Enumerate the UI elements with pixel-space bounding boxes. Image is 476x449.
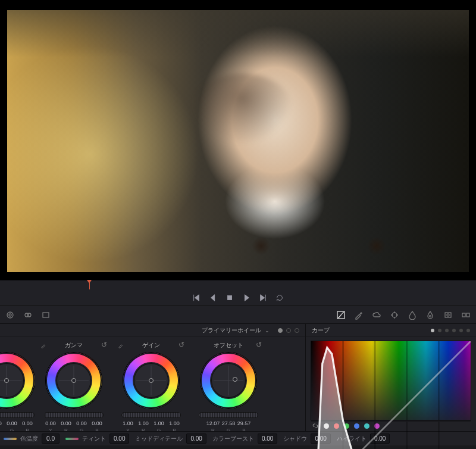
gain-value-B[interactable]: 1.00 xyxy=(167,420,181,426)
gain-value-R[interactable]: 1.00 xyxy=(136,420,151,426)
lift-value-B[interactable]: 0.00 xyxy=(20,420,35,426)
go-first-button[interactable] xyxy=(192,294,201,302)
chevron-down-icon[interactable]: ⌄ xyxy=(265,328,270,333)
rectangle-icon[interactable] xyxy=(40,310,51,320)
offset-reset-button[interactable]: ↺ xyxy=(255,341,263,349)
lift-wheel-header xyxy=(0,341,35,350)
offset-value-label-G: G xyxy=(221,428,236,431)
lower-panels: プライマリーホイール ⌄ 0.00Y0.00R0.00G0.00Bガンマ↺0.0… xyxy=(0,324,476,431)
curves-mode-dot-4[interactable] xyxy=(452,329,456,332)
gamma-reset-button[interactable]: ↺ xyxy=(100,341,108,349)
offset-value-label-B: B xyxy=(237,428,251,431)
blur-icon[interactable] xyxy=(407,310,418,320)
gamma-picker-icon[interactable] xyxy=(39,341,48,349)
lift-color-wheel[interactable] xyxy=(0,353,35,409)
gain-value-label-Y: Y xyxy=(121,428,135,431)
gamma-value-B[interactable]: 0.00 xyxy=(90,420,104,426)
curves-editor[interactable] xyxy=(311,341,471,420)
offset-wheel-header: オフセット↺ xyxy=(190,341,267,350)
sizing-icon[interactable] xyxy=(443,310,453,320)
gain-value-label-B: B xyxy=(167,428,181,431)
curves-mode-dot-2[interactable] xyxy=(438,329,441,332)
offset-wheel-label: オフセット xyxy=(214,341,243,350)
offset-value-G[interactable]: 27.58 xyxy=(221,420,236,426)
gamma-value-R[interactable]: 0.00 xyxy=(59,420,73,426)
tint-label: ティント xyxy=(82,435,106,443)
gain-wheel-handle[interactable] xyxy=(149,378,154,383)
preview-frame[interactable] xyxy=(7,10,469,272)
tracker-icon[interactable] xyxy=(389,310,400,320)
curves-mode-dot-3[interactable] xyxy=(445,329,449,332)
key-icon[interactable] xyxy=(425,310,436,320)
go-last-button[interactable] xyxy=(259,294,267,302)
lift-master-jog[interactable] xyxy=(0,412,35,418)
loop-button[interactable] xyxy=(275,294,284,302)
svg-rect-11 xyxy=(462,313,465,317)
gamma-value-label-G: G xyxy=(74,428,89,431)
colorboost-label: カラーブースト xyxy=(212,435,254,443)
gamma-value-G[interactable]: 0.00 xyxy=(74,420,89,426)
lift-value-R[interactable]: 0.00 xyxy=(0,420,4,426)
temp-value[interactable]: 0.0 xyxy=(42,434,60,444)
gain-value-label-R: R xyxy=(136,428,151,431)
prev-frame-button[interactable] xyxy=(209,294,217,302)
transport-controls xyxy=(0,289,476,306)
gain-master-jog[interactable] xyxy=(121,412,181,418)
middetail-value[interactable]: 0.00 xyxy=(186,434,206,444)
offset-color-wheel[interactable] xyxy=(201,353,256,409)
mini-timeline[interactable] xyxy=(0,280,476,289)
lift-value-G[interactable]: 0.00 xyxy=(5,420,19,426)
camera-raw-icon[interactable] xyxy=(5,310,15,320)
cloud-icon[interactable] xyxy=(371,310,382,320)
tint-value[interactable]: 0.00 xyxy=(109,434,129,444)
offset-master-jog[interactable] xyxy=(199,412,258,418)
svg-rect-5 xyxy=(43,313,49,317)
playhead[interactable] xyxy=(89,280,90,289)
gamma-wheel-header: ガンマ↺ xyxy=(36,341,112,350)
offset-value-R[interactable]: 12.07 xyxy=(206,420,220,426)
stereo-icon[interactable] xyxy=(461,310,471,320)
colorboost-value[interactable]: 0.00 xyxy=(258,434,277,444)
gamma-master-jog[interactable] xyxy=(44,412,104,418)
gamma-color-wheel[interactable] xyxy=(46,353,102,409)
tint-gauge[interactable] xyxy=(65,438,79,440)
color-match-icon[interactable] xyxy=(23,310,33,320)
primaries-mode-label[interactable]: プライマリーホイール xyxy=(202,326,261,335)
mode-dot-wheels[interactable] xyxy=(278,328,283,333)
curves-mode-dot-1[interactable] xyxy=(431,329,434,332)
gain-value-G[interactable]: 1.00 xyxy=(152,420,166,426)
mode-dot-bars[interactable] xyxy=(286,328,291,333)
eyedropper-icon[interactable] xyxy=(353,310,364,320)
gain-wheel-header: ゲイン↺ xyxy=(113,341,189,350)
lift-wheel-handle[interactable] xyxy=(4,378,9,383)
lift-values: 0.00Y0.00R0.00G0.00B xyxy=(0,420,35,431)
primaries-panel: プライマリーホイール ⌄ 0.00Y0.00R0.00G0.00Bガンマ↺0.0… xyxy=(0,324,306,431)
svg-rect-0 xyxy=(228,295,232,300)
gain-value-Y[interactable]: 1.00 xyxy=(121,420,135,426)
svg-point-10 xyxy=(447,314,449,316)
curves-mode-dot-5[interactable] xyxy=(459,329,463,332)
temp-gauge[interactable] xyxy=(4,438,17,440)
svg-point-8 xyxy=(430,315,431,317)
shadow-label: シャドウ xyxy=(283,435,307,443)
offset-wheel-handle[interactable] xyxy=(233,377,237,382)
mode-dot-log[interactable] xyxy=(295,328,299,333)
offset-values: 12.07R27.58G29.57B xyxy=(206,420,251,431)
gamma-value-Y[interactable]: 0.00 xyxy=(43,420,58,426)
viewer xyxy=(0,0,476,280)
gain-values: 1.00Y1.00R1.00G1.00B xyxy=(121,420,181,431)
offset-value-label-R: R xyxy=(206,428,220,431)
offset-value-B[interactable]: 29.57 xyxy=(237,420,251,426)
curves-palette-icon[interactable] xyxy=(336,310,346,320)
gain-picker-icon[interactable] xyxy=(117,341,125,349)
curves-mode-dot-6[interactable] xyxy=(466,329,470,332)
param-colorboost: カラーブースト0.00 xyxy=(212,434,277,444)
play-button[interactable] xyxy=(242,294,250,302)
gamma-value-label-Y: Y xyxy=(43,428,58,431)
stop-button[interactable] xyxy=(226,294,234,302)
svg-rect-9 xyxy=(445,313,451,317)
gain-color-wheel[interactable] xyxy=(123,353,179,409)
middetail-label: ミッドディテール xyxy=(135,435,183,443)
gamma-wheel-handle[interactable] xyxy=(71,378,76,383)
gain-reset-button[interactable]: ↺ xyxy=(177,341,186,349)
